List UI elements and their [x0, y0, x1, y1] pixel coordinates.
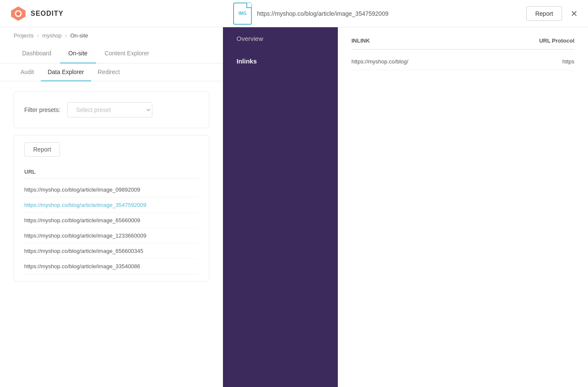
- report-button[interactable]: Report: [526, 6, 562, 21]
- table-row[interactable]: https://myshop.co/blog/article/image_656…: [24, 244, 199, 259]
- tab-content-explorer[interactable]: Content Explorer: [96, 44, 158, 63]
- content-area: Filter presets: Select preset Report URL…: [0, 81, 223, 387]
- header-center: IMG https://myshop.co/blog/article/image…: [95, 3, 526, 25]
- side-nav-overview[interactable]: Overview: [223, 27, 338, 50]
- protocol-col-header: URL Protocol: [519, 37, 574, 44]
- table-row[interactable]: https://myshop.co/blog/article/image_098…: [24, 182, 199, 198]
- breadcrumb-myshop[interactable]: myshop: [42, 32, 62, 39]
- inlink-table-header: INLINK URL Protocol: [351, 37, 574, 50]
- svg-point-2: [16, 11, 20, 16]
- sub-tab-redirect[interactable]: Redirect: [91, 63, 127, 81]
- breadcrumb-sep-1: ›: [37, 32, 39, 39]
- inlink-protocol-cell: https: [519, 58, 574, 65]
- tab-onsite[interactable]: On-site: [60, 44, 96, 63]
- inlink-row: https://myshop.co/blog/ https: [351, 53, 574, 70]
- url-column-header: URL: [24, 165, 199, 179]
- table-row[interactable]: https://myshop.co/blog/article/image_354…: [24, 198, 199, 213]
- side-panel: Overview Inlinks: [223, 27, 338, 387]
- header: SEODITY IMG https://myshop.co/blog/artic…: [0, 0, 588, 27]
- table-row[interactable]: https://myshop.co/blog/article/image_335…: [24, 259, 199, 274]
- table-row[interactable]: https://myshop.co/blog/article/image_656…: [24, 213, 199, 228]
- sub-tabs: Audit Data Explorer Redirect: [0, 63, 223, 81]
- table-section: Report URL https://myshop.co/blog/articl…: [14, 135, 209, 281]
- left-panel: Projects › myshop › On-site Dashboard On…: [0, 27, 223, 387]
- tab-dashboard[interactable]: Dashboard: [14, 44, 60, 63]
- inlink-url-cell[interactable]: https://myshop.co/blog/: [351, 58, 519, 65]
- img-file-icon: IMG: [233, 3, 252, 25]
- breadcrumb: Projects › myshop › On-site: [0, 27, 223, 44]
- filter-preset-select[interactable]: Select preset: [67, 102, 152, 118]
- filter-label: Filter presets:: [24, 106, 60, 113]
- sub-tab-data-explorer[interactable]: Data Explorer: [41, 63, 91, 81]
- filter-section: Filter presets: Select preset: [14, 92, 209, 128]
- breadcrumb-onsite: On-site: [70, 32, 88, 39]
- table-row[interactable]: https://myshop.co/blog/article/image_123…: [24, 228, 199, 244]
- side-nav-inlinks[interactable]: Inlinks: [223, 50, 338, 72]
- breadcrumb-projects[interactable]: Projects: [14, 32, 34, 39]
- header-url: https://myshop.co/blog/article/image_354…: [257, 10, 388, 17]
- right-panel: INLINK URL Protocol https://myshop.co/bl…: [338, 27, 588, 387]
- inlink-col-header: INLINK: [351, 37, 519, 44]
- table-report-button[interactable]: Report: [24, 142, 60, 157]
- logo-icon: [10, 6, 26, 22]
- logo-text: SEODITY: [31, 10, 63, 17]
- close-button[interactable]: ✕: [571, 9, 578, 19]
- breadcrumb-sep-2: ›: [65, 32, 67, 39]
- top-tabs: Dashboard On-site Content Explorer: [0, 44, 223, 63]
- sub-tab-audit[interactable]: Audit: [14, 63, 41, 81]
- main-layout: Projects › myshop › On-site Dashboard On…: [0, 27, 588, 387]
- logo-area: SEODITY: [10, 6, 95, 22]
